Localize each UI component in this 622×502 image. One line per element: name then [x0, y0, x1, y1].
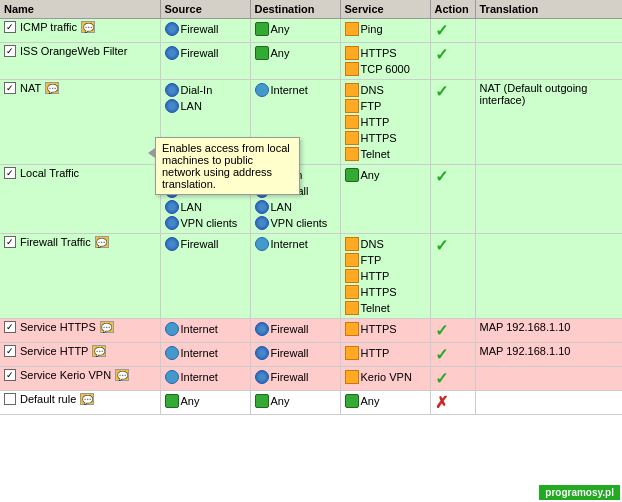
cell-label: LAN [271, 199, 292, 215]
table-row: ICMP traffic💬FirewallAnyPing✓ [0, 19, 622, 43]
row-name: Service HTTPS [20, 321, 96, 333]
row-checkbox[interactable] [4, 167, 16, 179]
name-cell: ICMP traffic💬 [4, 21, 156, 33]
any-icon [255, 46, 269, 60]
row-name: Service Kerio VPN [20, 369, 111, 381]
row-checkbox[interactable] [4, 369, 16, 381]
translation-cell [475, 391, 622, 415]
internet-icon [165, 370, 179, 384]
globe-icon [165, 46, 179, 60]
allow-icon: ✓ [435, 46, 448, 63]
cell-item: Firewall [255, 369, 336, 385]
tooltip-box: Enables access from local machines to pu… [155, 137, 300, 195]
row-checkbox[interactable] [4, 345, 16, 357]
cell-item: FTP [345, 252, 426, 268]
table-row: Service HTTP💬InternetFirewallHTTP✓MAP 19… [0, 343, 622, 367]
row-name: ICMP traffic [20, 21, 77, 33]
cell-item: Kerio VPN [345, 369, 426, 385]
cell-label: Internet [181, 369, 218, 385]
row-checkbox[interactable] [4, 321, 16, 333]
cell-item: LAN [165, 199, 246, 215]
globe-icon [255, 346, 269, 360]
service-icon [345, 46, 359, 60]
cell-item: DNS [345, 236, 426, 252]
cell-item: HTTPS [345, 45, 426, 61]
service-icon [345, 301, 359, 315]
cell-label: Firewall [181, 236, 219, 252]
translation-cell: MAP 192.168.1.10 [475, 343, 622, 367]
cell-item: HTTP [345, 268, 426, 284]
cell-label: HTTPS [361, 284, 397, 300]
globe-icon [165, 216, 179, 230]
globe-icon [255, 370, 269, 384]
service-icon [345, 253, 359, 267]
action-cell: ✓ [430, 234, 475, 319]
allow-icon: ✓ [435, 370, 448, 387]
row-name: ISS OrangeWeb Filter [20, 45, 127, 57]
any-icon [255, 22, 269, 36]
row-name: Default rule [20, 393, 76, 405]
cell-label: Any [181, 393, 200, 409]
service-icon [345, 285, 359, 299]
cell-item: HTTP [345, 345, 426, 361]
cell-label: DNS [361, 236, 384, 252]
allow-icon: ✓ [435, 322, 448, 339]
cell-item: VPN clients [165, 215, 246, 231]
translation-cell [475, 43, 622, 80]
service-icon [345, 346, 359, 360]
comment-icon: 💬 [92, 345, 106, 357]
action-cell: ✓ [430, 319, 475, 343]
service-icon [345, 115, 359, 129]
row-checkbox[interactable] [4, 21, 16, 33]
action-cell: ✗ [430, 391, 475, 415]
cell-label: VPN clients [271, 215, 328, 231]
name-cell: Service HTTPS💬 [4, 321, 156, 333]
translation-cell [475, 19, 622, 43]
action-cell: ✓ [430, 80, 475, 165]
name-cell: Service Kerio VPN💬 [4, 369, 156, 381]
cell-label: Firewall [181, 21, 219, 37]
cell-label: Any [361, 393, 380, 409]
action-cell: ✓ [430, 165, 475, 234]
col-header-service: Service [340, 0, 430, 19]
allow-icon: ✓ [435, 168, 448, 185]
globe-icon [165, 99, 179, 113]
any-icon [255, 394, 269, 408]
any-icon [165, 394, 179, 408]
globe-icon [255, 322, 269, 336]
row-checkbox[interactable] [4, 45, 16, 57]
deny-icon: ✗ [435, 394, 448, 411]
row-checkbox[interactable] [4, 393, 16, 405]
table-row: ISS OrangeWeb FilterFirewallAnyHTTPSTCP … [0, 43, 622, 80]
cell-item: Firewall [255, 345, 336, 361]
cell-item: HTTPS [345, 321, 426, 337]
cell-label: FTP [361, 98, 382, 114]
cell-item: Telnet [345, 300, 426, 316]
cell-label: Any [271, 21, 290, 37]
cell-item: Telnet [345, 146, 426, 162]
name-cell: Default rule💬 [4, 393, 156, 405]
internet-icon [165, 346, 179, 360]
name-cell: Local Traffic [4, 167, 156, 179]
cell-label: LAN [181, 98, 202, 114]
cell-item: HTTPS [345, 284, 426, 300]
cell-item: Any [255, 393, 336, 409]
name-cell: NAT💬 [4, 82, 156, 94]
col-header-destination: Destination [250, 0, 340, 19]
cell-item: Firewall [165, 45, 246, 61]
comment-icon: 💬 [80, 393, 94, 405]
name-cell: Service HTTP💬 [4, 345, 156, 357]
internet-icon [165, 322, 179, 336]
cell-item: HTTPS [345, 130, 426, 146]
cell-item: Firewall [165, 21, 246, 37]
name-cell: Firewall Traffic💬 [4, 236, 156, 248]
service-icon [345, 62, 359, 76]
allow-icon: ✓ [435, 237, 448, 254]
action-cell: ✓ [430, 19, 475, 43]
row-checkbox[interactable] [4, 82, 16, 94]
service-icon [345, 99, 359, 113]
service-icon [345, 131, 359, 145]
allow-icon: ✓ [435, 22, 448, 39]
translation-cell [475, 367, 622, 391]
row-checkbox[interactable] [4, 236, 16, 248]
